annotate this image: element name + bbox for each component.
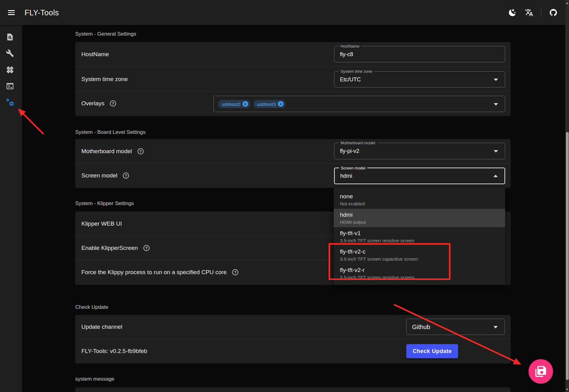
page-scrollbar[interactable] <box>565 0 569 392</box>
chevron-down-icon <box>494 150 498 153</box>
section-label-board: System - Board Level Settings <box>75 129 146 135</box>
update-channel-select[interactable]: Github <box>406 319 505 335</box>
app-title: FLY-Tools <box>25 8 59 17</box>
hostname-row-label: HostName <box>81 51 109 58</box>
section-label-general: System - General Settings <box>75 31 136 37</box>
fly-tools-settings-page: FLY-Tools <box>0 0 569 392</box>
hostname-field-label: HostName <box>339 44 361 49</box>
annotation-arrow-to-gear <box>19 110 44 134</box>
motherboard-select[interactable]: Motherboard model fly-pi-v2 <box>334 143 505 159</box>
menu-hamburger-icon[interactable] <box>8 10 15 15</box>
motherboard-row-label: Motherboard model <box>81 148 132 155</box>
klipperscreen-help-icon[interactable]: ? <box>143 245 150 251</box>
enable-klipperscreen-label: Enable KlipperScreen <box>81 245 138 251</box>
dark-mode-moon-icon[interactable] <box>508 8 517 17</box>
overlay-chip-label: usbhost2 <box>222 101 240 107</box>
fly-tools-version: FLY-Tools: v0.2.5-fb9bfeb <box>81 348 147 355</box>
topbar-divider <box>541 8 541 17</box>
overlays-select[interactable]: usbhost2 × usbhost3 × <box>213 96 505 112</box>
scrollbar-up-arrow-icon[interactable] <box>566 2 568 4</box>
translate-language-icon[interactable] <box>524 8 534 17</box>
screen-model-row-label: Screen model <box>81 172 117 179</box>
screen-model-value: hdmi <box>340 173 352 179</box>
chevron-down-icon <box>493 326 498 328</box>
save-all-fab-button[interactable] <box>528 359 553 384</box>
overlay-chip-label: usbhost3 <box>257 101 276 107</box>
chevron-up-icon <box>493 175 498 177</box>
sidebar-item-wrench-icon[interactable] <box>5 49 14 58</box>
overlay-chip[interactable]: usbhost2 × <box>218 100 250 108</box>
timezone-row-label: System time zone <box>81 76 128 83</box>
top-app-bar: FLY-Tools <box>0 0 569 25</box>
scrollbar-down-arrow-icon[interactable] <box>566 389 568 390</box>
menu-option-fly-tft-v2-r[interactable]: fly-tft-v2-r 3.5-inch TFT screen resisti… <box>334 264 505 282</box>
klippy-cpu-core-label: Force the Klippy process to run on a spe… <box>81 269 227 276</box>
chevron-down-icon <box>494 103 498 106</box>
timezone-value: Etc/UTC <box>340 76 361 83</box>
klippy-cpu-help-icon[interactable]: ? <box>232 269 238 275</box>
chip-remove-icon[interactable]: × <box>278 101 283 107</box>
overlays-row-label: Overlays <box>81 100 104 107</box>
motherboard-field-label: Motherboard model <box>339 141 377 145</box>
update-channel-label: Update channel <box>81 324 122 330</box>
update-channel-value: Github <box>412 323 430 330</box>
hostname-input[interactable]: HostName fly-c8 <box>334 46 505 62</box>
menu-option-none[interactable]: none Not enabled <box>334 190 505 209</box>
menu-option-hdmi[interactable]: hdmi HDMI output <box>334 209 505 227</box>
sidebar-item-terminal-icon[interactable] <box>5 81 14 91</box>
chevron-down-icon <box>494 79 498 81</box>
sidebar-nav <box>0 25 22 392</box>
chip-remove-icon[interactable]: × <box>243 101 248 107</box>
hostname-value: fly-c8 <box>340 51 353 57</box>
sidebar-item-bandage-icon[interactable] <box>5 65 14 74</box>
overlays-chips: usbhost2 × usbhost3 × <box>218 100 286 108</box>
github-icon[interactable] <box>549 8 558 17</box>
scrollbar-thumb[interactable] <box>566 132 569 380</box>
timezone-select[interactable]: System time zone Etc/UTC <box>334 71 505 87</box>
menu-option-fly-tft-v1[interactable]: fly-tft-v1 3.5-inch TFT screen resistive… <box>334 227 505 246</box>
section-label-check-update: Check Update <box>75 304 108 310</box>
motherboard-help-icon[interactable]: ? <box>138 148 144 154</box>
motherboard-value: fly-pi-v2 <box>340 148 359 154</box>
check-update-button[interactable]: Check Update <box>406 344 458 358</box>
screen-model-help-icon[interactable]: ? <box>123 173 129 179</box>
timezone-field-label: System time zone <box>339 69 374 74</box>
screen-model-field-label: Screen model <box>339 166 367 170</box>
sidebar-item-file-search-icon[interactable] <box>5 32 14 41</box>
section-label-klipper: System - Klipper Settings <box>75 200 134 207</box>
card-system-message <box>75 387 511 392</box>
overlays-help-icon[interactable]: ? <box>110 100 116 107</box>
overlay-chip[interactable]: usbhost3 × <box>253 100 286 108</box>
sidebar-item-settings-gears-icon[interactable] <box>5 98 14 107</box>
section-label-system-message: system message <box>75 376 115 382</box>
screen-model-dropdown-menu: none Not enabled hdmi HDMI output fly-tf… <box>334 188 505 285</box>
klipper-web-ui-label: Klipper WEB UI <box>81 220 122 227</box>
save-all-icon <box>535 366 547 377</box>
menu-option-fly-tft-v2-c[interactable]: fly-tft-v2-c 3.5-inch TFT screen capacit… <box>334 246 505 264</box>
screen-model-select[interactable]: Screen model hdmi <box>334 168 505 184</box>
